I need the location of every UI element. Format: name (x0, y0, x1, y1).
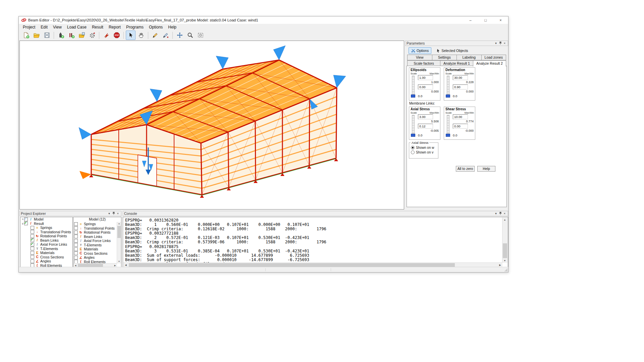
list-checkbox[interactable] (74, 239, 78, 243)
scrollbar-thumb[interactable] (129, 263, 455, 267)
tree-checkbox[interactable] (31, 238, 34, 242)
stop-icon[interactable]: STOP (112, 31, 121, 40)
scale-max-input[interactable]: 1.00 (418, 75, 433, 80)
menu-item[interactable]: Options (146, 24, 165, 30)
tree-expander[interactable]: > (21, 218, 24, 221)
list-checkbox[interactable] (74, 235, 78, 238)
model-list-item[interactable]: Springs (73, 222, 117, 226)
zoom-window-icon[interactable] (196, 31, 205, 40)
tree-checkbox[interactable] (24, 218, 28, 221)
tree-item[interactable]: Cross Sections (20, 255, 72, 259)
open-result-icon[interactable] (77, 31, 87, 40)
slider-thumb[interactable] (446, 134, 450, 137)
tree-item[interactable]: T-Elements (20, 247, 72, 251)
scale-min-input[interactable]: 0.00 (418, 84, 433, 89)
help-button[interactable]: Help (477, 166, 495, 172)
minimize-button[interactable]: – (463, 16, 478, 24)
draw-beam-icon[interactable] (150, 31, 160, 40)
scale-slider[interactable] (412, 76, 415, 95)
scroll-down-icon[interactable]: ▼ (117, 260, 121, 263)
import-load-icon[interactable] (66, 31, 76, 40)
transform-move-icon[interactable] (175, 31, 184, 40)
zoom-magnifier-icon[interactable] (185, 31, 195, 40)
scale-max-input[interactable]: 30.00 (453, 75, 468, 80)
menu-item[interactable]: Edit (38, 24, 50, 30)
panel-close-icon[interactable]: × (502, 212, 507, 215)
model-list-vscrollbar[interactable]: ▲ ▼ (117, 222, 121, 263)
tree-checkbox[interactable] (31, 259, 34, 263)
model-list-item[interactable]: Beam Links (73, 235, 117, 239)
new-project-icon[interactable] (21, 31, 31, 40)
tree-item[interactable]: v Result (20, 222, 72, 226)
console-hscrollbar[interactable]: ◀ ▶ (123, 262, 502, 267)
list-checkbox[interactable] (74, 256, 78, 259)
pan-hand-icon[interactable] (136, 31, 146, 40)
resize-grip-icon[interactable] (504, 268, 507, 272)
scale-min-input[interactable]: 0.90 (453, 84, 468, 89)
draw-link-icon[interactable] (161, 31, 170, 40)
pin-icon[interactable] (498, 212, 502, 216)
tree-item[interactable]: Springs (20, 226, 72, 230)
calculate-icon[interactable] (101, 31, 111, 40)
menu-item[interactable]: View (50, 24, 64, 30)
selected-objects-mode-button[interactable]: Selected Objects (434, 47, 471, 54)
model-list-item[interactable]: Axial Force Links (73, 239, 117, 243)
panel-close-icon[interactable]: × (502, 42, 507, 45)
console-vscrollbar[interactable]: ▲ ▼ (502, 218, 507, 263)
slider-thumb[interactable] (411, 95, 415, 98)
menu-item[interactable]: Load Case (64, 24, 89, 30)
panel-close-icon[interactable]: × (116, 212, 120, 215)
options-mode-button[interactable]: Options (409, 47, 431, 54)
panel-menu-icon[interactable]: ▾ (494, 42, 498, 45)
tree-checkbox[interactable] (31, 251, 34, 255)
menu-item[interactable]: Programs (123, 24, 146, 30)
radio-button[interactable] (411, 146, 415, 149)
import-model-icon[interactable] (56, 31, 66, 40)
radio-option[interactable]: Shown on v (411, 150, 438, 154)
tree-item[interactable]: Rotational Points (20, 234, 72, 238)
close-button[interactable]: × (493, 16, 508, 24)
scale-max-input[interactable]: 10.00 (453, 114, 468, 119)
menu-item[interactable]: Report (106, 24, 123, 30)
list-checkbox[interactable] (74, 231, 78, 234)
list-checkbox[interactable] (74, 251, 78, 255)
menu-item[interactable]: Help (165, 24, 179, 30)
select-cursor-icon[interactable] (126, 31, 136, 40)
list-checkbox[interactable] (74, 222, 78, 226)
scroll-up-icon[interactable]: ▲ (502, 218, 507, 222)
pin-icon[interactable] (111, 212, 116, 216)
panel-menu-icon[interactable]: ▾ (107, 212, 111, 215)
tree-item[interactable]: Translational Points (20, 230, 72, 234)
tree-expander[interactable]: v (21, 222, 24, 225)
tree-checkbox[interactable] (24, 222, 28, 225)
settings-gear-icon[interactable] (87, 31, 97, 40)
save-icon[interactable] (42, 31, 52, 40)
scrollbar-thumb[interactable] (503, 243, 507, 258)
parameters-tab[interactable]: Settings (432, 55, 457, 60)
scale-slider[interactable] (447, 76, 449, 95)
model-list-item[interactable]: Materials (73, 247, 117, 251)
scale-min-input[interactable]: 0.12 (418, 124, 433, 129)
scroll-down-icon[interactable]: ▼ (502, 258, 507, 263)
slider-thumb[interactable] (411, 134, 415, 137)
scale-slider[interactable] (447, 115, 449, 134)
model-list-item[interactable]: T-Elements (73, 243, 117, 247)
model-list-item[interactable]: Angles (73, 255, 117, 260)
scale-max-input[interactable]: 3.00 (418, 114, 433, 119)
radio-option[interactable]: Shown on w (411, 146, 438, 149)
scroll-up-icon[interactable]: ▲ (117, 222, 121, 226)
list-checkbox[interactable] (74, 247, 78, 251)
menu-item[interactable]: Project (20, 24, 38, 30)
viewport-3d[interactable] (19, 41, 404, 209)
list-checkbox[interactable] (74, 243, 78, 247)
parameters-tab[interactable]: Labeling (457, 55, 482, 60)
menu-item[interactable]: Result (89, 24, 106, 30)
tree-item[interactable]: Angles (20, 259, 72, 263)
tree-checkbox[interactable] (31, 226, 34, 230)
console-output[interactable]: EPSPRQ= 0.0031362820Beam3D: 1 0.560E-01 … (123, 218, 502, 262)
parameters-tab[interactable]: Analyze Result 2 (473, 60, 506, 67)
parameters-tab[interactable]: View (407, 55, 432, 60)
tree-item[interactable]: > Model (20, 217, 72, 222)
tree-item[interactable]: Materials (20, 251, 72, 255)
tree-checkbox[interactable] (31, 234, 34, 238)
